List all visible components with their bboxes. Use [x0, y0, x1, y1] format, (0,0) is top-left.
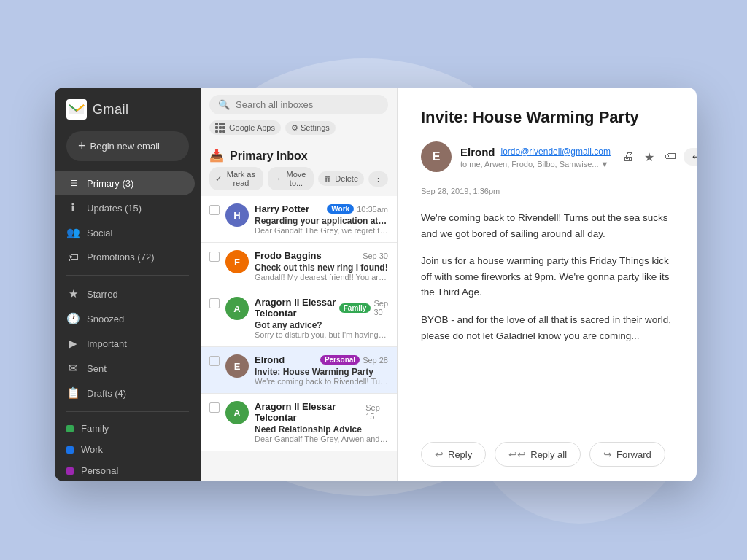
sidebar-item-starred[interactable]: ★Starred	[55, 281, 195, 306]
mark-read-icon: ✓	[215, 174, 222, 184]
email-item-email-3[interactable]: A Aragorn II Elessar Telcontar Family Se…	[201, 289, 397, 347]
email-top-row: Aragorn II Elessar Telcontar Family Sep …	[255, 297, 388, 319]
email-item-email-4[interactable]: E Elrond Personal Sep 28 Invite: House W…	[201, 347, 397, 394]
email-content: Aragorn II Elessar Telcontar Sep 15 Need…	[255, 401, 388, 443]
mark-read-label: Mark as read	[225, 170, 258, 187]
delete-button[interactable]: 🗑 Delete	[318, 171, 364, 186]
nav-label-snoozed: Snoozed	[87, 314, 183, 324]
google-apps-icon	[215, 122, 225, 133]
nav-icon-starred: ★	[66, 287, 80, 300]
email-meta: Work 10:35am	[327, 204, 388, 214]
email-checkbox[interactable]	[209, 298, 220, 308]
nav-divider-1	[66, 275, 189, 276]
email-sender-row: E Elrond lordo@rivendell@gmail.com to me…	[421, 141, 673, 172]
sidebar-item-sent[interactable]: ✉Sent	[55, 356, 195, 381]
email-subject: Got any advice?	[255, 320, 388, 330]
inbox-title: 📥 Primary Inbox	[209, 149, 308, 163]
label-text-work: Work	[81, 444, 103, 455]
sidebar-item-updates[interactable]: ℹUpdates (15)	[55, 195, 195, 220]
email-top-row: Harry Potter Work 10:35am	[255, 203, 388, 214]
email-subject: Invite: House Warming Party	[255, 367, 388, 377]
inbox-title-row: 📥 Primary Inbox	[201, 141, 397, 167]
gmail-logo-icon	[66, 99, 87, 120]
sender-to-row: to me, Arwen, Frodo, Bilbo, Samwise... ▼	[460, 160, 611, 168]
reply-inline-button[interactable]: ↩ Reply	[684, 148, 697, 166]
print-icon-button[interactable]: 🖨	[619, 147, 637, 166]
label-icon-button[interactable]: 🏷	[662, 147, 679, 166]
nav-icon-important: ▶	[66, 337, 80, 350]
compose-button[interactable]: + Begin new email	[66, 131, 189, 161]
email-preview: Dear Gandalf The Grey, Arwen and I seem …	[255, 435, 388, 443]
forward-button-icon: ↪	[603, 448, 612, 460]
label-text-family: Family	[81, 423, 109, 434]
reply-all-button-label: Reply all	[530, 449, 567, 460]
nav-label-updates: Updates (15)	[87, 203, 183, 214]
compose-label: Begin new email	[90, 141, 160, 152]
nav-icon-social: 👥	[66, 226, 80, 239]
sender-avatar-letter: E	[433, 150, 441, 163]
email-tag: Personal	[320, 355, 360, 365]
sidebar-item-social[interactable]: 👥Social	[55, 220, 195, 245]
avatar: F	[225, 250, 249, 273]
sender-email[interactable]: lordo@rivendell@gmail.com	[501, 147, 611, 157]
nav-label-promotions: Promotions (72)	[87, 252, 183, 262]
settings-button[interactable]: ⚙ Settings	[285, 121, 336, 135]
search-toolbar-row: Google Apps ⚙ Settings	[209, 120, 388, 135]
move-to-button[interactable]: → Move to...	[268, 167, 314, 190]
settings-icon: ⚙	[291, 123, 298, 133]
email-list-panel: 🔍 Google Apps ⚙ Settings	[201, 88, 398, 481]
email-subject: Need Relationship Advice	[255, 424, 388, 435]
sidebar-item-drafts[interactable]: 📋Drafts (4)	[55, 381, 195, 405]
email-sender: Aragorn II Elessar Telcontar	[255, 297, 339, 319]
sidebar-item-important[interactable]: ▶Important	[55, 331, 195, 356]
email-checkbox[interactable]	[209, 205, 220, 215]
google-apps-button[interactable]: Google Apps	[209, 120, 281, 135]
search-bar: 🔍	[209, 95, 388, 114]
email-sender: Elrond	[255, 354, 285, 365]
search-icon: 🔍	[218, 99, 230, 110]
email-preview: Gandalf! My dearest friend!! You are not…	[255, 273, 388, 281]
forward-button[interactable]: ↪ Forward	[589, 442, 665, 467]
label-dot-family	[66, 425, 74, 432]
more-options-button[interactable]: ⋮	[368, 171, 388, 187]
sender-info: Elrond lordo@rivendell@gmail.com to me, …	[460, 146, 611, 168]
reply-button-icon: ↩	[435, 448, 444, 460]
email-top-row: Frodo Baggins Sep 30	[255, 250, 388, 261]
email-meta: Sep 15	[365, 403, 388, 421]
reply-arrow-icon: ↩	[692, 152, 697, 162]
email-checkbox[interactable]	[209, 356, 220, 366]
sidebar-item-primary[interactable]: 🖥Primary (3)	[55, 171, 195, 195]
email-content: Harry Potter Work 10:35am Regarding your…	[255, 203, 388, 235]
move-to-icon: →	[274, 174, 282, 183]
sidebar-item-promotions[interactable]: 🏷Promotions (72)	[55, 245, 195, 269]
email-subject: Regarding your application at the Minist…	[255, 216, 388, 226]
email-item-email-1[interactable]: H Harry Potter Work 10:35am Regarding yo…	[201, 196, 397, 243]
email-item-email-5[interactable]: A Aragorn II Elessar Telcontar Sep 15 Ne…	[201, 394, 397, 451]
email-view-panel: Invite: House Warming Party E Elrond lor…	[398, 88, 697, 481]
email-time: 10:35am	[357, 205, 388, 214]
sender-name-row: Elrond lordo@rivendell@gmail.com	[460, 146, 611, 158]
sidebar-item-snoozed[interactable]: 🕐Snoozed	[55, 306, 195, 331]
sidebar-label-family[interactable]: Family	[55, 418, 201, 439]
reply-button[interactable]: ↩ Reply	[421, 442, 486, 467]
mark-as-read-button[interactable]: ✓ Mark as read	[209, 167, 263, 190]
google-apps-label: Google Apps	[229, 123, 275, 132]
nav-icon-sent: ✉	[66, 362, 80, 375]
nav-label-primary: Primary (3)	[87, 178, 183, 189]
search-input[interactable]	[236, 99, 379, 110]
nav-items: 🖥Primary (3)ℹUpdates (15)👥Social🏷Promoti…	[55, 171, 201, 481]
inbox-icon: 📥	[209, 149, 224, 163]
sidebar-label-work[interactable]: Work	[55, 439, 201, 460]
email-actions: 🖨 ★ 🏷 ↩ Reply ⋮	[619, 147, 697, 167]
sidebar-label-personal[interactable]: Personal	[55, 460, 201, 481]
email-checkbox[interactable]	[209, 252, 220, 262]
body-paragraph-1: We're coming back to Rivendell! Turns ou…	[421, 210, 673, 241]
reply-all-button[interactable]: ↩↩ Reply all	[495, 442, 581, 467]
email-content: Aragorn II Elessar Telcontar Family Sep …	[255, 297, 388, 339]
email-item-email-2[interactable]: F Frodo Baggins Sep 30 Check out this ne…	[201, 243, 397, 289]
email-checkbox[interactable]	[209, 402, 220, 413]
nav-label-social: Social	[87, 228, 183, 238]
star-icon-button[interactable]: ★	[641, 147, 657, 167]
nav-icon-promotions: 🏷	[66, 251, 80, 263]
body-paragraph-3: BYOB - and for the love of all that is s…	[421, 312, 673, 343]
